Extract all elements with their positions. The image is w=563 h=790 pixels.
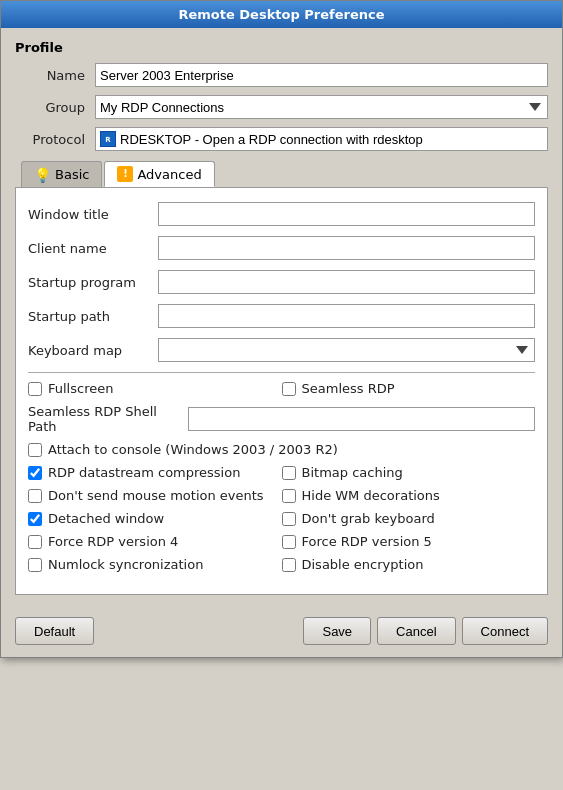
tab-basic[interactable]: 💡 Basic [21,161,102,187]
shell-path-label: Seamless RDP Shell Path [28,404,188,434]
fullscreen-check-col: Fullscreen [28,381,282,396]
keyboard-map-select[interactable] [158,338,535,362]
numlock-col: Numlock syncronization [28,557,282,572]
startup-program-input[interactable] [158,270,535,294]
fullscreen-label: Fullscreen [48,381,113,396]
keyboard-map-label: Keyboard map [28,343,158,358]
no-mouse-checkbox[interactable] [28,489,42,503]
no-grab-col: Don't grab keyboard [282,511,536,526]
force-rdp4-label: Force RDP version 4 [48,534,178,549]
seamless-rdp-label: Seamless RDP [302,381,395,396]
name-row: Name [15,63,548,87]
client-name-row: Client name [28,236,535,260]
cancel-button[interactable]: Cancel [377,617,455,645]
window-title-label: Window title [28,207,158,222]
connect-button[interactable]: Connect [462,617,548,645]
tab-basic-label: Basic [55,167,89,182]
fullscreen-seamless-row: Fullscreen Seamless RDP [28,381,535,396]
btn-right-group: Save Cancel Connect [303,617,548,645]
attach-console-row: Attach to console (Windows 2003 / 2003 R… [28,442,535,457]
protocol-label: Protocol [15,132,95,147]
no-mouse-label: Don't send mouse motion events [48,488,264,503]
rdp-protocol-icon: R [100,131,116,147]
rdp-compression-bitmap-row: RDP datastream compression Bitmap cachin… [28,465,535,480]
tab-bar: 💡 Basic ! Advanced [15,161,548,187]
tab-advanced[interactable]: ! Advanced [104,161,214,187]
warning-icon: ! [117,166,133,182]
attach-console-checkbox[interactable] [28,443,42,457]
seamless-rdp-checkbox[interactable] [282,382,296,396]
group-label: Group [15,100,95,115]
rdp4-rdp5-row: Force RDP version 4 Force RDP version 5 [28,534,535,549]
separator-1 [28,372,535,373]
title-bar: Remote Desktop Preference [1,1,562,28]
protocol-select[interactable]: RDESKTOP - Open a RDP connection with rd… [120,128,543,150]
name-input[interactable] [95,63,548,87]
disable-encryption-label: Disable encryption [302,557,424,572]
window-title-input[interactable] [158,202,535,226]
rdp4-col: Force RDP version 4 [28,534,282,549]
button-bar: Default Save Cancel Connect [1,607,562,657]
bitmap-caching-col: Bitmap caching [282,465,536,480]
window-title-row: Window title [28,202,535,226]
save-button[interactable]: Save [303,617,371,645]
profile-section-label: Profile [15,40,548,55]
no-mouse-col: Don't send mouse motion events [28,488,282,503]
tabs-container: 💡 Basic ! Advanced Window title Client n… [15,161,548,595]
bulb-icon: 💡 [34,167,51,183]
numlock-checkbox[interactable] [28,558,42,572]
group-row: Group My RDP Connections [15,95,548,119]
group-select[interactable]: My RDP Connections [95,95,548,119]
force-rdp4-checkbox[interactable] [28,535,42,549]
title-bar-label: Remote Desktop Preference [178,7,384,22]
startup-program-label: Startup program [28,275,158,290]
disable-encryption-checkbox[interactable] [282,558,296,572]
rdp-compression-label: RDP datastream compression [48,465,240,480]
name-label: Name [15,68,95,83]
disable-encryption-col: Disable encryption [282,557,536,572]
numlock-label: Numlock syncronization [48,557,203,572]
protocol-row: Protocol R RDESKTOP - Open a RDP connect… [15,127,548,151]
force-rdp5-label: Force RDP version 5 [302,534,432,549]
startup-path-row: Startup path [28,304,535,328]
dialog-body: Profile Name Group My RDP Connections Pr… [1,28,562,607]
hide-wm-checkbox[interactable] [282,489,296,503]
detached-grab-row: Detached window Don't grab keyboard [28,511,535,526]
bitmap-caching-label: Bitmap caching [302,465,403,480]
client-name-label: Client name [28,241,158,256]
no-grab-keyboard-label: Don't grab keyboard [302,511,435,526]
startup-program-row: Startup program [28,270,535,294]
client-name-input[interactable] [158,236,535,260]
detached-window-checkbox[interactable] [28,512,42,526]
startup-path-label: Startup path [28,309,158,324]
detached-window-label: Detached window [48,511,164,526]
detached-col: Detached window [28,511,282,526]
attach-console-label: Attach to console (Windows 2003 / 2003 R… [48,442,338,457]
mouse-wm-row: Don't send mouse motion events Hide WM d… [28,488,535,503]
no-grab-keyboard-checkbox[interactable] [282,512,296,526]
hide-wm-label: Hide WM decorations [302,488,440,503]
rdp5-col: Force RDP version 5 [282,534,536,549]
default-button[interactable]: Default [15,617,94,645]
rdp-compression-checkbox[interactable] [28,466,42,480]
keyboard-map-row: Keyboard map [28,338,535,362]
numlock-encryption-row: Numlock syncronization Disable encryptio… [28,557,535,572]
hide-wm-col: Hide WM decorations [282,488,536,503]
tab-advanced-label: Advanced [137,167,201,182]
fullscreen-checkbox[interactable] [28,382,42,396]
rdp-compression-col: RDP datastream compression [28,465,282,480]
startup-path-input[interactable] [158,304,535,328]
shell-path-input[interactable] [188,407,535,431]
force-rdp5-checkbox[interactable] [282,535,296,549]
bitmap-caching-checkbox[interactable] [282,466,296,480]
dialog: Remote Desktop Preference Profile Name G… [0,0,563,658]
seamless-rdp-check-col: Seamless RDP [282,381,536,396]
shell-path-row: Seamless RDP Shell Path [28,404,535,434]
advanced-tab-content: Window title Client name Startup program… [15,187,548,595]
